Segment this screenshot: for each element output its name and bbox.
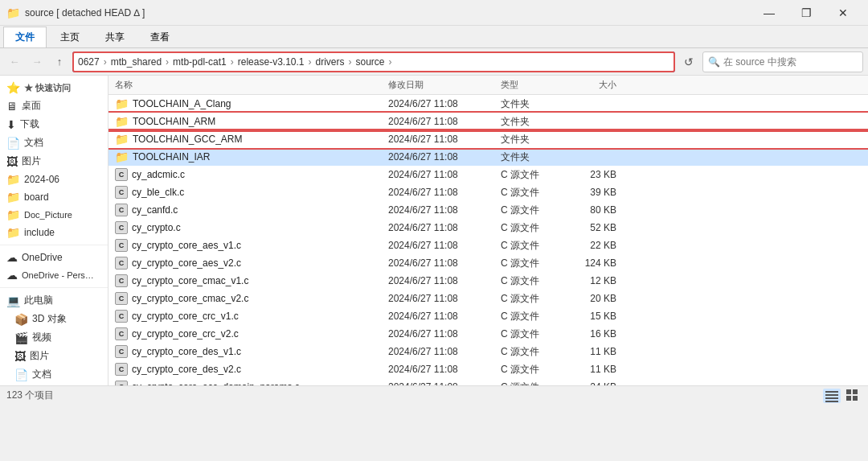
sidebar-item-label-this-pc: 此电脑 <box>24 294 53 307</box>
file-type: C 源文件 <box>501 239 565 253</box>
sidebar-item-2024-06[interactable]: 📁 2024-06 <box>0 171 108 188</box>
refresh-button[interactable]: ↺ <box>678 51 699 72</box>
sidebar-item-onedrive-personal[interactable]: ☁ OneDrive - Persona... <box>0 266 108 284</box>
sidebar-item-video[interactable]: 🎬 视频 <box>0 328 108 347</box>
sidebar-item-label-documents-pc: 文档 <box>32 368 51 381</box>
file-date: 2024/6/27 11:08 <box>388 222 501 233</box>
file-size: 39 KB <box>565 187 629 198</box>
sidebar-item-pictures-pc[interactable]: 🖼 图片 <box>0 347 108 365</box>
file-size: 24 KB <box>565 381 629 385</box>
file-size: 80 KB <box>565 204 629 216</box>
table-row[interactable]: 📁 TOOLCHAIN_GCC_ARM 2024/6/27 11:08 文件夹 <box>108 130 868 148</box>
sidebar-item-documents-pc[interactable]: 📄 文档 <box>0 365 108 384</box>
tab-home[interactable]: 主页 <box>48 27 92 47</box>
sidebar-item-include[interactable]: 📁 include <box>0 224 108 241</box>
up-button[interactable]: ↑ <box>50 52 69 72</box>
sidebar-item-doc-picture[interactable]: 📁 Doc_Picture <box>0 206 108 224</box>
table-row[interactable]: C cy_ble_clk.c 2024/6/27 11:08 C 源文件 39 … <box>108 183 868 201</box>
file-type: C 源文件 <box>501 381 565 386</box>
sidebar-item-label-onedrive-personal: OneDrive - Persona... <box>22 270 94 280</box>
back-button[interactable]: ← <box>5 52 24 72</box>
sidebar-item-label-3d: 3D 对象 <box>32 312 67 326</box>
address-bar[interactable]: 0627 › mtb_shared › mtb-pdl-cat1 › relea… <box>72 51 675 72</box>
file-name-text: cy_crypto_core_ecc_domain_params.c <box>132 381 300 385</box>
breadcrumb-item-mtb-pdl-cat1[interactable]: mtb-pdl-cat1 <box>173 56 227 68</box>
restore-button[interactable]: ❐ <box>788 0 825 26</box>
tab-share[interactable]: 共享 <box>93 27 137 47</box>
breadcrumb-item-0627[interactable]: 0627 <box>78 56 100 68</box>
file-date: 2024/6/27 11:08 <box>388 240 501 251</box>
file-name: C cy_crypto_core_crc_v2.c <box>115 327 388 340</box>
table-row[interactable]: C cy_crypto_core_ecc_domain_params.c 202… <box>108 378 868 385</box>
table-row[interactable]: C cy_adcmic.c 2024/6/27 11:08 C 源文件 23 K… <box>108 166 868 183</box>
sidebar-item-3d[interactable]: 📦 3D 对象 <box>0 310 108 328</box>
svg-rect-4 <box>846 389 851 394</box>
table-row[interactable]: C cy_crypto_core_cmac_v1.c 2024/6/27 11:… <box>108 272 868 290</box>
file-type: 文件夹 <box>501 97 565 111</box>
file-type: C 源文件 <box>501 310 565 323</box>
table-row[interactable]: C cy_crypto_core_des_v2.c 2024/6/27 11:0… <box>108 360 868 378</box>
sidebar-item-pictures[interactable]: 🖼 图片 <box>0 152 108 171</box>
table-row[interactable]: C cy_crypto_core_crc_v1.c 2024/6/27 11:0… <box>108 307 868 325</box>
file-name-text: cy_crypto_core_des_v1.c <box>132 346 241 357</box>
table-row[interactable]: C cy_crypto_core_des_v1.c 2024/6/27 11:0… <box>108 343 868 360</box>
sidebar-item-label-board: board <box>24 191 49 203</box>
file-type: C 源文件 <box>501 363 565 377</box>
table-row[interactable]: C cy_crypto_core_aes_v2.c 2024/6/27 11:0… <box>108 254 868 272</box>
breadcrumb-item-drivers[interactable]: drivers <box>316 56 345 68</box>
sidebar-item-downloads-pc[interactable]: ⬇ 下载 <box>0 384 108 385</box>
table-row[interactable]: C cy_crypto_core_crc_v2.c 2024/6/27 11:0… <box>108 325 868 343</box>
window-icon: 📁 <box>6 6 20 19</box>
folder-icon-board: 📁 <box>6 191 20 204</box>
details-view-button[interactable] <box>823 389 841 403</box>
file-name: C cy_ble_clk.c <box>115 186 388 199</box>
file-name-text: cy_crypto_core_cmac_v2.c <box>132 293 248 304</box>
file-type: C 源文件 <box>501 204 565 217</box>
pictures-pc-icon: 🖼 <box>14 350 26 363</box>
file-type: C 源文件 <box>501 345 565 359</box>
sidebar-item-onedrive[interactable]: ☁ OneDrive <box>0 249 108 266</box>
sidebar-item-quick-access[interactable]: ⭐ ★ 快速访问 <box>0 79 108 97</box>
svg-rect-1 <box>825 394 838 396</box>
table-row[interactable]: C cy_crypto_core_cmac_v2.c 2024/6/27 11:… <box>108 290 868 307</box>
table-row[interactable]: C cy_canfd.c 2024/6/27 11:08 C 源文件 80 KB <box>108 201 868 219</box>
close-button[interactable]: ✕ <box>825 0 862 26</box>
table-row[interactable]: C cy_crypto.c 2024/6/27 11:08 C 源文件 52 K… <box>108 219 868 237</box>
video-icon: 🎬 <box>14 331 28 344</box>
minimize-button[interactable]: — <box>751 0 788 26</box>
breadcrumb-item-mtb-shared[interactable]: mtb_shared <box>111 56 162 68</box>
search-bar[interactable]: 🔍 <box>702 51 863 72</box>
cloud-personal-icon: ☁ <box>6 269 18 282</box>
table-row[interactable]: C cy_crypto_core_aes_v1.c 2024/6/27 11:0… <box>108 237 868 254</box>
sidebar-item-downloads[interactable]: ⬇ 下载 <box>0 115 108 134</box>
column-header-type[interactable]: 类型 <box>501 79 565 91</box>
file-date: 2024/6/27 11:08 <box>388 116 501 127</box>
large-icons-view-button[interactable] <box>844 389 862 403</box>
file-count: 123 个项目 <box>6 389 54 402</box>
search-input[interactable] <box>723 56 858 68</box>
file-name: C cy_crypto_core_des_v1.c <box>115 345 388 358</box>
breadcrumb-item-release[interactable]: release-v3.10.1 <box>238 56 305 68</box>
tab-view[interactable]: 查看 <box>138 27 182 47</box>
sidebar-item-this-pc[interactable]: 💻 此电脑 <box>0 291 108 310</box>
sidebar-item-board[interactable]: 📁 board <box>0 188 108 206</box>
documents-pc-icon: 📄 <box>14 368 28 381</box>
file-size: 11 KB <box>565 364 629 375</box>
forward-button[interactable]: → <box>27 52 47 72</box>
breadcrumb-item-source[interactable]: source <box>356 56 385 68</box>
svg-rect-3 <box>825 401 838 402</box>
sidebar-item-label-include: include <box>24 227 55 238</box>
column-header-size[interactable]: 大小 <box>565 79 629 91</box>
table-row[interactable]: 📁 TOOLCHAIN_IAR 2024/6/27 11:08 文件夹 <box>108 148 868 166</box>
column-header-name[interactable]: 名称 <box>115 79 388 91</box>
file-name: C cy_crypto.c <box>115 221 388 234</box>
sidebar-item-desktop[interactable]: 🖥 桌面 <box>0 97 108 115</box>
file-name-text: cy_adcmic.c <box>132 169 185 180</box>
table-row[interactable]: 📁 TOOLCHAIN_A_Clang 2024/6/27 11:08 文件夹 <box>108 95 868 113</box>
column-header-date[interactable]: 修改日期 <box>388 79 501 91</box>
table-row[interactable]: 📁 TOOLCHAIN_ARM 2024/6/27 11:08 文件夹 <box>108 113 868 130</box>
file-name-text: cy_crypto_core_cmac_v1.c <box>132 275 248 286</box>
tab-file[interactable]: 文件 <box>3 27 47 47</box>
file-date: 2024/6/27 11:08 <box>388 204 501 216</box>
sidebar-item-documents[interactable]: 📄 文档 <box>0 134 108 152</box>
